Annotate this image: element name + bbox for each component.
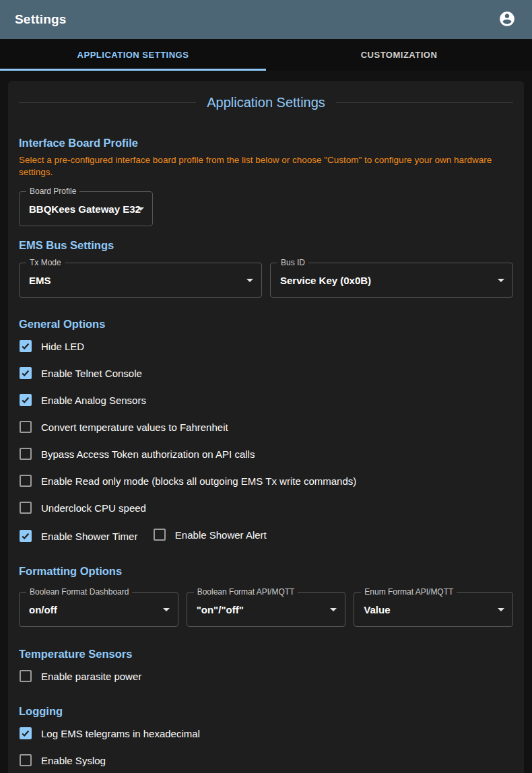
dropdown-arrow-icon [163,608,170,611]
divider-right [336,102,513,103]
checkbox-underclock-cpu[interactable]: Underclock CPU speed [19,494,513,521]
bus-id-value: Service Key (0x0B) [280,275,371,286]
heading-temperature-sensors: Temperature Sensors [19,648,513,661]
checkbox-log-ems-hexadecimal[interactable]: Log EMS telegrams in hexadecimal [19,720,513,747]
logging-options-list: Log EMS telegrams in hexadecimal Enable … [19,720,513,773]
dropdown-arrow-icon [498,608,504,611]
checkbox-icon [20,448,32,460]
boolean-format-api-label: Boolean Format API/MQTT [194,587,298,597]
tab-bar: APPLICATION SETTINGS CUSTOMIZATION [0,39,532,71]
checkbox-enable-shower-alert[interactable]: Enable Shower Alert [153,521,267,548]
boolean-format-dashboard-label: Boolean Format Dashboard [26,587,132,597]
heading-general-options: General Options [19,318,513,331]
temperature-options-list: Enable parasite power [19,663,513,690]
checkbox-icon [20,367,32,379]
boolean-format-api-select[interactable]: Boolean Format API/MQTT "on"/"off" [187,592,346,627]
checkbox-icon [20,475,32,487]
tx-mode-value: EMS [29,275,51,286]
heading-formatting-options: Formatting Options [19,565,513,578]
divider-left [19,102,196,103]
checkbox-icon [20,502,32,514]
enum-format-api-label: Enum Format API/MQTT [361,587,457,597]
tab-customization[interactable]: CUSTOMIZATION [266,39,532,71]
checkbox-icon [20,394,32,406]
account-circle-icon [498,10,516,30]
checkbox-icon [20,530,32,542]
tab-application-settings[interactable]: APPLICATION SETTINGS [0,39,266,71]
boolean-format-dashboard-select[interactable]: Boolean Format Dashboard on/off [19,592,178,627]
checkbox-enable-parasite-power[interactable]: Enable parasite power [19,663,513,690]
dropdown-arrow-icon [137,207,144,211]
board-profile-select[interactable]: Board Profile BBQKees Gateway E32 [19,191,153,226]
board-profile-value: BBQKees Gateway E32 [29,203,141,215]
heading-logging: Logging [19,705,513,718]
enum-format-api-value: Value [364,604,390,615]
dropdown-arrow-icon [246,279,253,282]
page-title-row: Application Settings [19,93,513,112]
boolean-format-dashboard-value: on/off [29,604,57,615]
enum-format-api-select[interactable]: Enum Format API/MQTT Value [354,592,513,627]
app-title: Settings [15,12,67,27]
tx-mode-select[interactable]: Tx Mode EMS [19,263,262,298]
checkbox-icon [20,340,32,352]
interface-board-description: Select a pre-configured interface board … [19,154,513,178]
board-profile-label: Board Profile [26,187,79,196]
checkbox-hide-led[interactable]: Hide LED [19,333,513,360]
checkbox-enable-shower-timer[interactable]: Enable Shower Timer [19,523,137,549]
app-bar: Settings [0,0,532,39]
heading-ems-bus-settings: EMS Bus Settings [19,239,513,252]
checkbox-icon [154,529,166,541]
dropdown-arrow-icon [498,279,504,282]
checkbox-icon [20,727,32,739]
checkbox-enable-telnet-console[interactable]: Enable Telnet Console [19,360,513,386]
checkbox-icon [20,421,32,433]
settings-card: Application Settings Interface Board Pro… [8,81,524,773]
checkbox-bypass-access-token[interactable]: Bypass Access Token authorization on API… [19,440,513,467]
checkbox-convert-fahrenheit[interactable]: Convert temperature values to Fahrenheit [19,413,513,440]
bus-id-label: Bus ID [277,258,308,267]
bus-id-select[interactable]: Bus ID Service Key (0x0B) [270,263,513,298]
page-title: Application Settings [196,93,336,112]
checkbox-enable-syslog[interactable]: Enable Syslog [19,747,513,773]
checkbox-enable-analog-sensors[interactable]: Enable Analog Sensors [19,386,513,413]
checkbox-read-only-mode[interactable]: Enable Read only mode (blocks all outgoi… [19,467,513,494]
shower-options-row: Enable Shower Timer Enable Shower Alert [19,521,513,549]
checkbox-icon [20,754,32,766]
checkbox-icon [20,670,32,682]
general-options-list: Hide LED Enable Telnet Console Enable An… [19,333,513,549]
dropdown-arrow-icon [330,608,337,611]
account-button[interactable] [497,9,517,30]
heading-interface-board-profile: Interface Board Profile [19,137,513,149]
tx-mode-label: Tx Mode [26,258,65,267]
boolean-format-api-value: "on"/"off" [197,604,244,615]
